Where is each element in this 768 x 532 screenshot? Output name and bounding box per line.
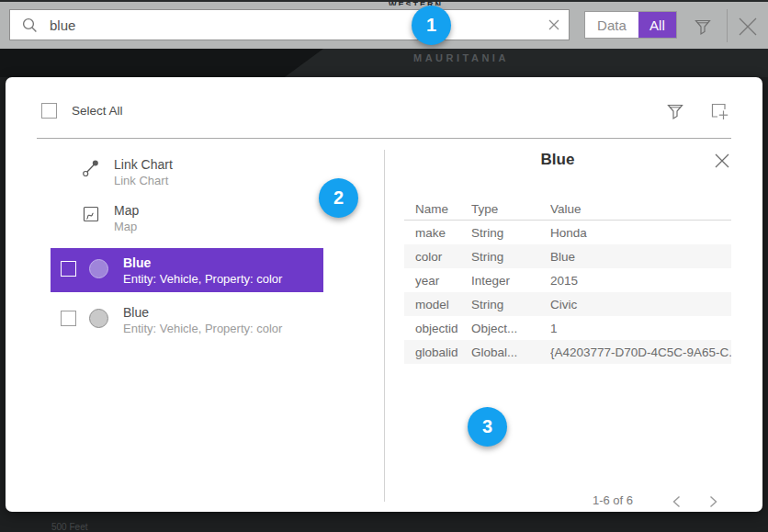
result-subtitle: Link Chart <box>114 173 173 188</box>
search-results-panel: Select All Link Chart Link Chart <box>6 77 762 512</box>
column-header-type: Type <box>471 202 550 216</box>
list-detail-divider <box>384 150 385 502</box>
column-header-value: Value <box>550 202 731 216</box>
clear-icon <box>548 19 559 30</box>
result-checkbox[interactable] <box>61 261 76 277</box>
select-all-checkbox[interactable] <box>41 103 57 119</box>
close-icon <box>714 153 730 169</box>
scope-option-data[interactable]: Data <box>585 12 638 38</box>
chevron-right-icon <box>709 495 717 508</box>
map-icon <box>81 204 101 224</box>
result-checkbox[interactable] <box>61 311 76 326</box>
select-all-label: Select All <box>72 104 123 118</box>
close-search-button[interactable] <box>735 14 761 40</box>
result-subtitle: Map <box>114 219 139 234</box>
map-scale-label: 500 Feet <box>51 522 87 532</box>
result-title: Blue <box>123 255 282 271</box>
table-row: year Integer 2015 <box>404 268 731 292</box>
pagination-range-label: 1-6 of 6 <box>548 493 677 507</box>
callout-badge-3: 3 <box>468 407 507 447</box>
detail-close-button[interactable] <box>712 151 732 171</box>
table-row: color String Blue <box>404 244 731 268</box>
table-row: model String Civic <box>404 292 731 316</box>
results-filter-button[interactable] <box>663 99 687 123</box>
map-dark-region <box>0 49 323 77</box>
result-title: Link Chart <box>114 156 173 173</box>
toolbar-divider <box>727 9 728 42</box>
result-subtitle: Entity: Vehicle, Property: color <box>123 321 282 336</box>
chevron-left-icon <box>672 495 681 508</box>
map-label-mauritania: MAURITANIA <box>413 52 509 63</box>
link-chart-icon <box>81 158 101 178</box>
pagination-prev-button[interactable] <box>666 492 686 512</box>
search-toolbar: blue Data All <box>0 0 768 49</box>
scope-option-all[interactable]: All <box>638 12 676 38</box>
filter-funnel-icon <box>693 17 713 37</box>
table-row: globalid Global... {A4203777-D70D-4C5C-9… <box>404 340 731 364</box>
result-item-blue-selected[interactable]: Blue Entity: Vehicle, Property: color <box>51 248 323 292</box>
map-label-western: WESTERN <box>389 0 443 6</box>
search-input[interactable]: blue <box>9 9 539 40</box>
clear-search-button[interactable] <box>538 9 570 40</box>
result-item-map[interactable]: Map Map <box>81 202 338 243</box>
result-item-link-chart[interactable]: Link Chart Link Chart <box>81 156 338 197</box>
result-item-blue[interactable]: Blue Entity: Vehicle, Property: color <box>51 298 323 342</box>
result-subtitle: Entity: Vehicle, Property: color <box>123 271 282 287</box>
search-query-text: blue <box>50 17 75 33</box>
map-background: MAURITANIA <box>0 49 768 77</box>
entity-dot-icon <box>89 259 108 278</box>
add-to-selection-button[interactable] <box>707 99 731 123</box>
callout-badge-2: 2 <box>319 178 358 218</box>
result-title: Map <box>114 202 139 219</box>
table-row: make String Honda <box>404 221 731 244</box>
attribute-table: Name Type Value make String Honda color … <box>404 198 731 364</box>
pagination-next-button[interactable] <box>703 492 723 512</box>
column-header-name: Name <box>404 202 471 216</box>
filter-button[interactable] <box>691 15 715 39</box>
scope-toggle: Data All <box>584 11 677 39</box>
callout-badge-1: 1 <box>412 6 451 45</box>
table-header-row: Name Type Value <box>404 198 731 221</box>
add-selection-icon <box>708 100 730 122</box>
entity-dot-icon <box>89 309 108 328</box>
detail-title: Blue <box>384 151 731 169</box>
map-background-bottom: 500 Feet <box>0 513 768 532</box>
filter-funnel-icon <box>665 101 685 121</box>
table-row: objectid Object... 1 <box>404 316 731 340</box>
search-icon <box>21 17 39 34</box>
result-title: Blue <box>123 304 282 321</box>
close-icon <box>737 16 759 38</box>
panel-divider <box>37 138 731 139</box>
table-body: make String Honda color String Blue year… <box>404 221 731 364</box>
